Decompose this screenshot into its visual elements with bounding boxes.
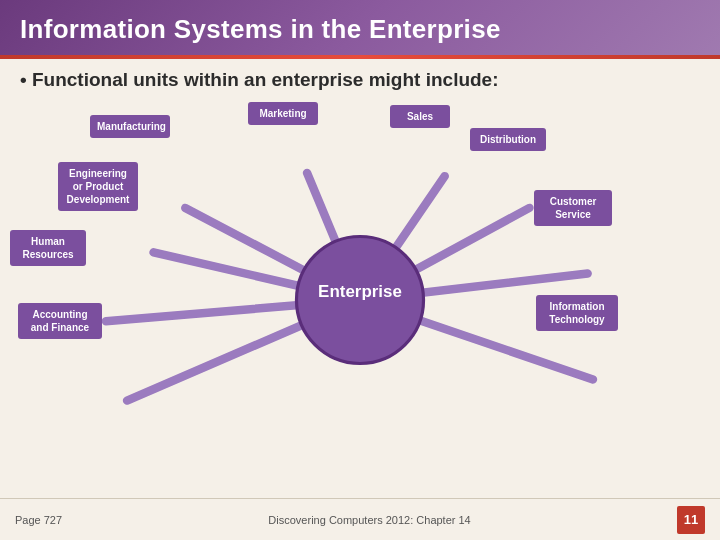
label-human-resources: Human Resources (10, 230, 86, 266)
bullet-section: • Functional units within an enterprise … (0, 59, 720, 91)
footer: Page 727 Discovering Computers 2012: Cha… (0, 498, 720, 540)
label-marketing: Marketing (248, 102, 318, 125)
diagram-area: Enterprise Manufacturing Marketing Sales… (0, 110, 720, 490)
svg-text:Enterprise: Enterprise (318, 282, 402, 301)
slide-title: Information Systems in the Enterprise (20, 14, 700, 45)
label-sales: Sales (390, 105, 450, 128)
footer-page-label: Page 727 (15, 514, 62, 526)
label-distribution: Distribution (470, 128, 546, 151)
bullet-text: • Functional units within an enterprise … (20, 69, 700, 91)
footer-page-number: 11 (677, 506, 705, 534)
label-information-technology: Information Technology (536, 295, 618, 331)
label-manufacturing: Manufacturing (90, 115, 170, 138)
title-bar: Information Systems in the Enterprise (0, 0, 720, 59)
label-engineering: Engineering or Product Development (58, 162, 138, 211)
label-customer-service: Customer Service (534, 190, 612, 226)
footer-center-text: Discovering Computers 2012: Chapter 14 (62, 514, 677, 526)
slide: Information Systems in the Enterprise • … (0, 0, 720, 540)
label-accounting-finance: Accounting and Finance (18, 303, 102, 339)
